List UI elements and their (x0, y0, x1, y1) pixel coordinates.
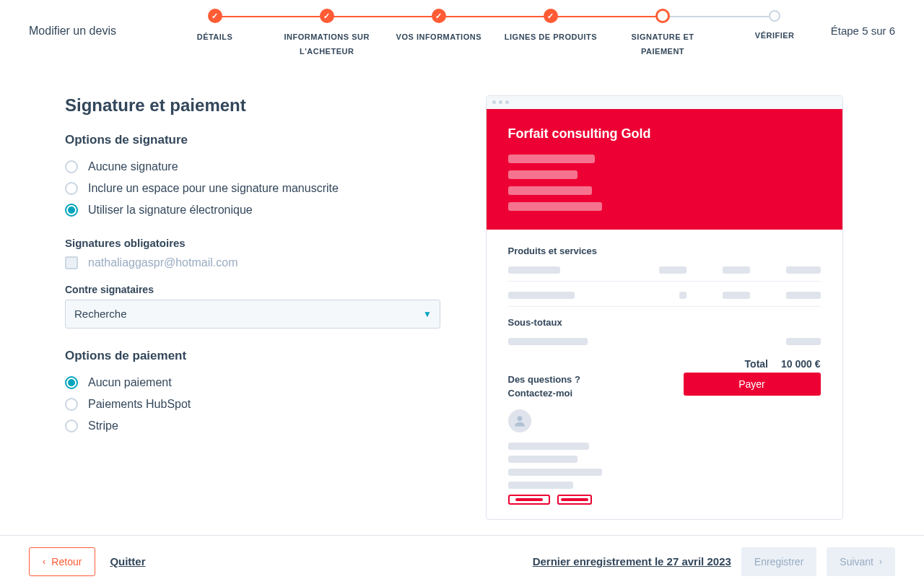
preview-products-heading: Produits et services (508, 245, 821, 256)
radio-icon (65, 419, 78, 432)
preview-subtotals-heading: Sous-totaux (508, 317, 821, 328)
radio-no-payment[interactable]: Aucun paiement (65, 376, 440, 389)
payment-options-group: Aucun paiement Paiements HubSpot Stripe (65, 376, 440, 432)
step-details[interactable]: DÉTAILS (159, 9, 271, 59)
chevron-down-icon: ▼ (423, 309, 432, 319)
preview-sign-box (508, 495, 550, 505)
back-button[interactable]: ‹ Retour (29, 547, 95, 576)
preview-questions-line2: Contactez-moi (508, 386, 580, 401)
preview-titlebar (487, 96, 842, 109)
chevron-right-icon: › (879, 557, 882, 567)
signature-options-heading: Options de signature (65, 133, 440, 147)
page-header-title: Modifier un devis (29, 9, 159, 38)
step-circle-done (544, 9, 558, 23)
required-signatures-heading: Signatures obligatoires (65, 237, 440, 249)
save-button[interactable]: Enregistrer (741, 547, 816, 576)
preview-questions-line1: Des questions ? (508, 373, 580, 387)
preview-pay-button: Payer (684, 373, 821, 396)
step-circle-done (320, 9, 334, 23)
quote-preview: Forfait consulting Gold Produits et serv… (486, 95, 843, 520)
radio-no-signature[interactable]: Aucune signature (65, 160, 440, 173)
step-counter: Étape 5 sur 6 (831, 9, 895, 37)
step-circle-future (769, 10, 780, 22)
page-title: Signature et paiement (65, 95, 440, 116)
checkbox-icon (65, 256, 78, 269)
radio-icon (65, 398, 78, 411)
preview-total-value: 10 000 € (781, 358, 821, 370)
radio-icon (65, 204, 78, 217)
radio-written-signature[interactable]: Inclure un espace pour une signature man… (65, 182, 440, 195)
payment-options-heading: Options de paiement (65, 349, 440, 363)
step-circle-current (655, 9, 670, 23)
radio-icon (65, 376, 78, 389)
radio-hubspot-payments[interactable]: Paiements HubSpot (65, 398, 440, 411)
radio-icon (65, 160, 78, 173)
preview-quote-title: Forfait consulting Gold (508, 126, 821, 142)
chevron-left-icon: ‹ (43, 556, 45, 567)
countersigners-heading: Contre signataires (65, 284, 440, 295)
countersigners-select[interactable]: Recherche (65, 300, 440, 329)
step-circle-done (432, 9, 446, 23)
stepper: DÉTAILS INFORMATIONS SUR L'ACHETEUR VOS … (159, 9, 831, 59)
radio-icon (65, 182, 78, 195)
radio-stripe[interactable]: Stripe (65, 419, 440, 432)
avatar-icon (508, 409, 531, 432)
svg-point-0 (517, 416, 522, 421)
preview-total-label: Total (745, 358, 768, 370)
step-circle-done (208, 9, 222, 23)
required-signer-email: nathaliaggaspr@hotmail.com (88, 256, 237, 269)
next-button[interactable]: Suivant › (827, 547, 895, 576)
required-signer-row[interactable]: nathaliaggaspr@hotmail.com (65, 256, 440, 269)
preview-sign-box (557, 495, 592, 505)
signature-options-group: Aucune signature Inclure un espace pour … (65, 160, 440, 217)
radio-esignature[interactable]: Utiliser la signature électronique (65, 204, 440, 217)
quit-link[interactable]: Quitter (110, 555, 145, 568)
last-save-text: Dernier enregistrement le 27 avril 2023 (533, 555, 731, 568)
